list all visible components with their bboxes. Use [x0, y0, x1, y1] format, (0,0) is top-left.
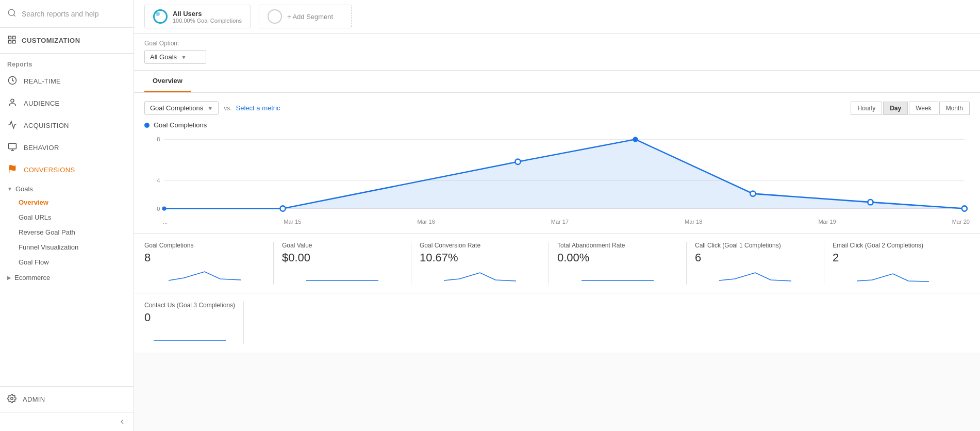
acquisition-label: ACQUISITION	[24, 122, 69, 129]
svg-point-21	[280, 206, 285, 211]
stat-value-0: 8	[144, 251, 265, 264]
legend-label: Goal Completions	[154, 121, 207, 129]
all-users-segment[interactable]: All Users 100.00% Goal Completions	[144, 5, 251, 28]
behavior-label: BEHAVIOR	[24, 144, 59, 152]
sidebar-item-audience[interactable]: AUDIENCE	[0, 92, 134, 114]
add-segment-circle-icon	[268, 9, 282, 24]
chart-svg: 8 4 0	[144, 134, 970, 217]
sparkline-5	[833, 268, 953, 283]
sidebar-sub-item-reverse-goal-path[interactable]: Reverse Goal Path	[7, 225, 134, 240]
sidebar-item-realtime[interactable]: REAL-TIME	[0, 70, 134, 92]
svg-text:0: 0	[157, 206, 160, 212]
svg-rect-8	[9, 143, 16, 149]
sidebar-item-conversions[interactable]: CONVERSIONS	[0, 159, 134, 181]
sidebar-item-behavior[interactable]: BEHAVIOR	[0, 137, 134, 159]
goal-option-label: Goal Option:	[144, 40, 970, 47]
sidebar-admin[interactable]: ADMIN	[0, 386, 134, 412]
svg-point-25	[868, 200, 873, 205]
sidebar: Search reports and help CUSTOMIZATION Re…	[0, 0, 134, 431]
sparkline-0	[144, 268, 265, 283]
stat-value-5: 2	[833, 251, 953, 264]
stat-value-1: $0.00	[282, 251, 403, 264]
flag-icon	[7, 164, 18, 175]
stats-row: Goal Completions 8 Goal Value $0.00 Goal…	[134, 234, 980, 293]
svg-point-20	[162, 206, 166, 210]
metric-select[interactable]: Goal Completions ▼	[144, 101, 219, 115]
sparkline-1	[282, 268, 403, 283]
svg-point-23	[633, 137, 638, 142]
stat-value-4: 6	[695, 251, 816, 264]
main-content: All Users 100.00% Goal Completions + Add…	[134, 0, 980, 431]
time-btn-month[interactable]: Month	[939, 102, 970, 115]
stats-row-2: Contact Us (Goal 3 Completions) 0	[134, 293, 980, 353]
goal-option-select[interactable]: All Goals ▼	[144, 50, 206, 64]
x-label-0: ...	[163, 219, 168, 225]
sidebar-search[interactable]: Search reports and help	[0, 0, 134, 28]
sidebar-sub-item-goal-urls[interactable]: Goal URLs	[7, 210, 134, 225]
search-placeholder-text: Search reports and help	[22, 10, 98, 18]
svg-rect-2	[8, 36, 11, 39]
goals-header[interactable]: ▼ Goals	[7, 181, 134, 195]
sparkline-4	[695, 268, 816, 283]
goals-arrow-icon: ▼	[7, 186, 12, 192]
goal-option-value: All Goals	[150, 53, 177, 61]
sidebar-customization[interactable]: CUSTOMIZATION	[0, 28, 134, 54]
svg-point-0	[8, 9, 14, 15]
sidebar-sub-item-goal-flow[interactable]: Goal Flow	[7, 255, 134, 270]
segment-name: All Users	[173, 10, 242, 18]
stat-abandonment-rate: Total Abandonment Rate 0.00%	[557, 242, 687, 285]
stat-value-3: 0.00%	[557, 251, 678, 264]
person-icon	[7, 98, 18, 109]
add-segment-label: + Add Segment	[287, 13, 333, 21]
svg-marker-19	[164, 139, 965, 208]
sidebar-ecommerce[interactable]: ▶ Ecommerce	[0, 270, 134, 286]
sparkline-6	[144, 327, 235, 343]
dropdown-arrow-icon: ▼	[181, 54, 187, 60]
chart-legend: Goal Completions	[144, 121, 970, 129]
time-btn-day[interactable]: Day	[883, 102, 908, 115]
stat-goal-completions: Goal Completions 8	[144, 242, 274, 285]
segment-circle-icon	[153, 9, 168, 24]
chart-x-labels: ... Mar 15 Mar 16 Mar 17 Mar 18 Mar 19 M…	[144, 217, 970, 225]
conversions-label: CONVERSIONS	[24, 166, 75, 174]
stat-label-5: Email Click (Goal 2 Completions)	[833, 242, 953, 249]
ecommerce-arrow-icon: ▶	[7, 275, 11, 280]
select-metric-link[interactable]: Select a metric	[236, 104, 280, 112]
svg-rect-5	[13, 41, 15, 43]
vs-label: vs.	[224, 105, 231, 112]
svg-line-1	[13, 14, 15, 16]
metric-select-value: Goal Completions	[150, 104, 203, 112]
add-segment-button[interactable]: + Add Segment	[259, 5, 352, 28]
admin-gear-icon	[7, 394, 16, 405]
svg-rect-4	[8, 41, 11, 43]
chart-controls: Goal Completions ▼ vs. Select a metric H…	[144, 101, 970, 115]
time-btn-week[interactable]: Week	[909, 102, 938, 115]
customization-icon	[7, 35, 16, 46]
stat-label-4: Call Click (Goal 1 Completions)	[695, 242, 816, 249]
stat-value-6: 0	[144, 311, 235, 324]
segment-bar: All Users 100.00% Goal Completions + Add…	[134, 0, 980, 34]
svg-point-22	[515, 159, 520, 164]
sidebar-sub-item-funnel-visualization[interactable]: Funnel Visualization	[7, 240, 134, 255]
stat-goal-value: Goal Value $0.00	[282, 242, 411, 285]
svg-point-12	[11, 397, 13, 400]
acquisition-icon	[7, 120, 18, 131]
time-btn-hourly[interactable]: Hourly	[851, 102, 882, 115]
sidebar-sub-item-overview[interactable]: Overview	[7, 195, 134, 210]
reports-section-label: Reports	[0, 54, 134, 70]
sidebar-item-acquisition[interactable]: ACQUISITION	[0, 114, 134, 137]
legend-dot-icon	[144, 123, 150, 128]
admin-label: ADMIN	[23, 395, 45, 403]
x-label-1: Mar 15	[284, 219, 301, 225]
sidebar-collapse-button[interactable]	[0, 412, 134, 431]
x-label-3: Mar 17	[551, 219, 569, 225]
search-icon	[7, 8, 16, 19]
stat-call-click: Call Click (Goal 1 Completions) 6	[695, 242, 824, 285]
audience-label: AUDIENCE	[24, 100, 60, 107]
chart-area: Goal Completions ▼ vs. Select a metric H…	[134, 93, 980, 234]
stat-label-6: Contact Us (Goal 3 Completions)	[144, 302, 235, 309]
tab-overview[interactable]: Overview	[144, 71, 191, 92]
behavior-icon	[7, 142, 18, 153]
metric-dropdown-arrow-icon: ▼	[207, 105, 213, 111]
stat-label-2: Goal Conversion Rate	[420, 242, 540, 249]
